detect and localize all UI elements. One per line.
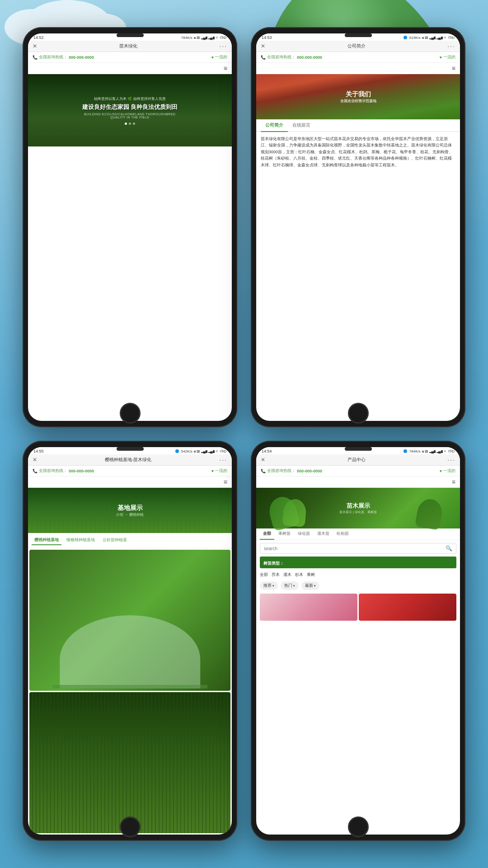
browser-close[interactable]: ✕ xyxy=(261,457,265,463)
phone-3-top-bar: 📞 全国咨询热线： 000-000-0000 ♥ 一流的 xyxy=(28,466,232,476)
top-bar-left: 📞 全国咨询热线： 000-000-0000 xyxy=(261,54,322,60)
sort-buttons: 推荐 ▾ 热门 ▾ 最新 ▾ xyxy=(256,580,460,592)
status-icons: 542K/s ▣ ☰ ▂▄▆ ▂▄▆ ᯤ ⑶D xyxy=(175,449,226,453)
dot-3[interactable] xyxy=(133,123,135,125)
status-signal: ▣ ☰ ▂▄▆ ▂▄▆ ᯤ ⑶D xyxy=(194,449,226,453)
phone-1-browser-bar: ✕ 苗木绿化 ··· xyxy=(28,41,232,52)
product-thumb-1[interactable] xyxy=(260,594,357,621)
browser-close[interactable]: ✕ xyxy=(33,43,37,49)
phone-1-hero: 始终坚持以客人为本 🌿 始终坚持对客人负责 建设良好生态家园 良种良法优质到田 … xyxy=(28,74,232,146)
tab-online-message[interactable]: 在线留言 xyxy=(288,119,315,132)
notification-dot xyxy=(404,449,407,453)
phone-icon: 📞 xyxy=(261,469,266,473)
phone-3-screen: 14:55 542K/s ▣ ☰ ▂▄▆ ▂▄▆ ᯤ ⑶D ✕ 樱桃种植基地-苗… xyxy=(28,447,232,835)
filter-tag-fir[interactable]: 杉木 xyxy=(295,572,303,578)
phone-3-status-bar: 14:55 542K/s ▣ ☰ ▂▄▆ ▂▄▆ ᯤ ⑶D xyxy=(28,447,232,454)
hamburger-icon[interactable]: ≡ xyxy=(224,65,227,72)
hamburger-icon[interactable]: ≡ xyxy=(452,65,455,72)
status-speed: 784K/s xyxy=(181,36,192,40)
sort-latest[interactable]: 最新 ▾ xyxy=(301,581,319,590)
phone-1-status-bar: 14:52 784K/s ▣ ☰ ▂▄▆ ▂▄▆ ᯤ ⑶D xyxy=(28,33,232,41)
heart-icon: ♥ xyxy=(440,469,442,473)
browser-title: 苗木绿化 xyxy=(119,43,137,49)
hamburger-icon[interactable]: ≡ xyxy=(452,478,455,486)
hero-subtitle-line1: BUILDING ECOLOGICALHOMELAND THOROUGHBRED xyxy=(84,113,175,116)
filter-tag-fruit[interactable]: 果树 xyxy=(307,572,315,578)
search-bar[interactable]: 🔍 xyxy=(260,543,456,554)
product-thumb-2[interactable] xyxy=(359,594,456,621)
phone-2: 14:53 619K/s ▣ ☰ ▂▄▆ ▂▄▆ ᯤ ⑶D ✕ 公司简介 ···… xyxy=(251,27,465,427)
hero-subtitle: BUILDING ECOLOGICALHOMELAND THOROUGHBRED… xyxy=(84,113,175,119)
browser-title: 公司简介 xyxy=(347,43,366,49)
product-tab-shrub[interactable]: 灌木苗 xyxy=(314,528,333,540)
about-content: 苗木绿化有限公司是华东地区大型一站式苗木花卉交易的专业市场，依托全华苗木产业优势… xyxy=(256,132,460,421)
browser-more[interactable]: ··· xyxy=(219,42,227,50)
dot-2[interactable] xyxy=(129,123,131,125)
browser-title: 产品中心 xyxy=(347,457,366,463)
hotline-number[interactable]: 000-000-0000 xyxy=(69,55,94,60)
search-input[interactable] xyxy=(264,546,446,551)
sort-recommended[interactable]: 推荐 ▾ xyxy=(260,581,278,590)
hotline-number[interactable]: 000-000-0000 xyxy=(297,469,322,473)
hero-tagline: 始终坚持以客人为本 🌿 始终坚持对客人负责 xyxy=(94,96,165,101)
top-bar-right: ♥ 一流的 xyxy=(440,54,455,60)
base-tab-kiwi[interactable]: 猕猴桃种植基地 xyxy=(64,536,98,545)
sort-hot[interactable]: 热门 ▾ xyxy=(281,581,299,590)
filter-tag-all[interactable]: 全部 xyxy=(260,572,268,578)
status-signal: ▣ ☰ ▂▄▆ ▂▄▆ ᯤ ⑶D xyxy=(422,36,455,40)
filter-tag-shrub[interactable]: 灌木 xyxy=(283,572,291,578)
product-tab-pine[interactable]: 松柏苗 xyxy=(333,528,352,540)
phone-2-browser-bar: ✕ 公司简介 ··· xyxy=(256,41,460,52)
filter-tag-arbor[interactable]: 乔木 xyxy=(272,572,280,578)
phone-4-hero: 苗木展示 苗木展示 | 绿化苗、果树苗 xyxy=(256,488,460,528)
base-tab-cherry[interactable]: 樱桃种植基地 xyxy=(32,536,61,545)
base-img-2 xyxy=(29,692,230,833)
phone-2-tabs: 公司简介 在线留言 xyxy=(256,119,460,132)
about-subtitle: 全国农业经营示范基地 xyxy=(340,99,376,104)
hamburger-icon[interactable]: ≡ xyxy=(224,478,227,486)
company-name: 一流的 xyxy=(215,468,227,474)
status-icons: 784K/s ▣ ☰ ▂▄▆ ▂▄▆ ᯤ ⑶D xyxy=(181,36,226,40)
phone-1-top-bar: 📞 全国咨询热线： 000-000-0000 ♥ 一流的 xyxy=(28,52,232,63)
top-bar-right: ♥ 一流的 xyxy=(440,468,455,474)
hotline-number[interactable]: 000-000-0000 xyxy=(297,55,322,60)
browser-more[interactable]: ··· xyxy=(447,456,455,463)
filter-tags: 全部 乔木 灌木 杉木 果树 xyxy=(256,570,460,580)
phone-3-browser-bar: ✕ 樱桃种植基地-苗木绿化 ··· xyxy=(28,454,232,466)
phone-2-status-bar: 14:53 619K/s ▣ ☰ ▂▄▆ ▂▄▆ ᯤ ⑶D xyxy=(256,33,460,41)
browser-close[interactable]: ✕ xyxy=(261,43,265,49)
base-tab-spruce[interactable]: 云杉苗种植基 xyxy=(100,536,130,545)
status-speed: 619K/s xyxy=(409,36,421,40)
status-time: 14:53 xyxy=(262,35,272,40)
phone-icon: 📞 xyxy=(33,469,38,473)
about-hero-text: 关于我们 全国农业经营示范基地 xyxy=(256,74,460,119)
tab-company-intro[interactable]: 公司简介 xyxy=(261,119,288,132)
phone-1: 14:52 784K/s ▣ ☰ ▂▄▆ ▂▄▆ ᯤ ⑶D ✕ 苗木绿化 ···… xyxy=(23,27,237,427)
top-bar-left: 📞 全国咨询热线： 000-000-0000 xyxy=(33,468,94,474)
search-icon[interactable]: 🔍 xyxy=(446,545,452,552)
status-time: 14:55 xyxy=(33,449,44,453)
status-speed: 784K/s xyxy=(409,449,421,453)
filter-title: 树苗类型： xyxy=(263,561,284,566)
browser-more[interactable]: ··· xyxy=(219,456,227,463)
phone-icon: 📞 xyxy=(261,55,266,60)
top-bar-right: ♥ 一流的 xyxy=(211,54,227,60)
browser-title: 樱桃种植基地-苗木绿化 xyxy=(105,457,151,463)
phone-3-hero: 基地展示 介绍 → 樱桃种植 xyxy=(28,488,232,533)
browser-close[interactable]: ✕ xyxy=(33,457,37,463)
base-hero-overlay: 基地展示 介绍 → 樱桃种植 xyxy=(28,488,232,533)
product-tab-all[interactable]: 全部 xyxy=(260,528,274,540)
status-time: 14:54 xyxy=(262,449,272,453)
status-time: 14:52 xyxy=(33,35,44,40)
filter-section: 树苗类型： xyxy=(260,557,456,568)
phone-2-nav: ≡ xyxy=(256,63,460,74)
browser-more[interactable]: ··· xyxy=(447,42,455,50)
hotline-number[interactable]: 000-000-0000 xyxy=(69,469,94,473)
product-hero-sub: 苗木展示 | 绿化苗、果树苗 xyxy=(339,510,377,514)
hotline-label: 全国咨询热线： xyxy=(39,54,67,60)
dot-1[interactable] xyxy=(125,123,127,125)
hero-overlay: 始终坚持以客人为本 🌿 始终坚持对客人负责 建设良好生态家园 良种良法优质到田 … xyxy=(28,74,232,146)
product-tab-green[interactable]: 绿化苗 xyxy=(295,528,313,540)
hero-dots xyxy=(125,123,135,125)
phone-2-hero: 关于我们 全国农业经营示范基地 xyxy=(256,74,460,119)
